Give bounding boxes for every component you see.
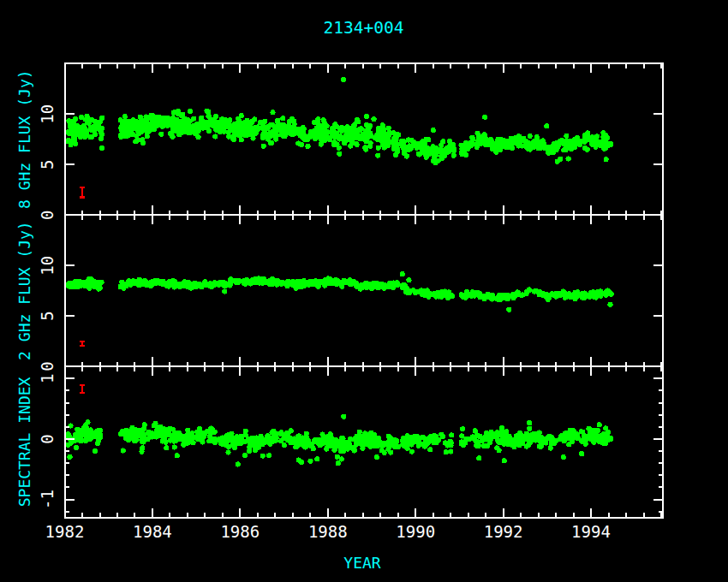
data-point [262,119,267,124]
data-point [451,153,456,158]
data-point [275,118,280,123]
data-point [460,426,465,431]
data-point [325,123,330,128]
data-point [539,435,544,440]
data-point [269,140,274,146]
data-point [527,426,532,431]
data-point [363,147,368,152]
data-point [585,130,590,135]
data-point [505,293,510,298]
data-point [451,146,456,151]
x-tick-label: 1990 [396,522,435,541]
y-axis-title-flux8: 8 GHz FLUX (Jy) [15,69,33,209]
data-point [409,449,415,454]
data-point [436,437,441,442]
data-point [394,438,399,443]
data-point [273,431,278,436]
data-point [266,453,272,458]
data-point [358,126,363,131]
data-point [292,122,297,127]
data-point [188,109,193,114]
data-point [502,458,507,463]
y-tick-label: -1 [38,490,57,509]
data-point [92,132,98,137]
data-point [98,280,104,285]
data-point [73,116,78,122]
data-point [406,277,411,282]
figure-title: 2134+004 [324,18,404,37]
data-point [282,442,287,448]
data-point [374,454,379,460]
data-point [222,288,227,294]
data-point [528,134,533,139]
data-point [566,156,571,161]
data-point [579,451,584,456]
y-axis-title-spindex: SPECTRAL INDEX [15,377,33,507]
data-point [527,288,532,293]
data-point [395,282,400,288]
data-point [339,456,344,461]
data-point [499,425,504,431]
data-point [85,419,90,425]
data-point [225,449,230,454]
data-point [172,444,177,449]
data-point [476,455,481,460]
data-point [561,454,566,460]
data-point [175,453,180,458]
data-point [449,440,454,445]
data-point [260,454,266,459]
data-point [449,432,454,437]
data-point [229,431,234,436]
data-point [261,144,266,149]
data-point [99,126,104,131]
data-point [163,440,168,445]
data-point [585,147,590,152]
data-point [448,448,453,454]
data-point [404,153,409,158]
x-tick-label: 1994 [571,522,611,541]
data-point [371,116,376,122]
data-point [527,420,532,425]
data-point [595,428,600,433]
data-point [355,142,360,147]
data-point [594,134,600,139]
data-point [140,445,145,450]
data-point [289,428,294,433]
data-point [315,116,320,122]
data-point [564,134,569,139]
data-point [607,302,612,307]
data-point [426,137,431,142]
data-point [299,142,304,147]
y-tick-label: 0 [38,434,57,443]
data-point [400,271,405,276]
y-tick-label: 0 [38,361,57,371]
data-point [337,146,342,151]
data-point [583,442,588,447]
data-point [79,437,84,442]
data-point [99,116,104,121]
data-point [305,144,310,149]
data-point [586,426,591,431]
data-point [98,428,103,433]
data-point [74,445,79,450]
data-point [239,137,244,142]
data-point [195,134,200,140]
data-point [158,132,164,137]
data-point [314,456,319,461]
data-point [197,426,202,431]
data-point [372,432,377,437]
data-point [558,157,563,162]
data-point [341,77,346,82]
data-point [121,448,126,453]
data-point [431,128,436,133]
data-point [497,448,502,453]
data-point [212,440,218,445]
data-point [504,429,509,434]
data-point [299,460,304,465]
data-point [170,134,175,140]
data-point [212,134,218,139]
data-point [608,436,613,441]
y-tick-label: 1 [38,373,57,383]
x-axis-title: YEAR [343,554,381,572]
data-point [92,448,98,454]
